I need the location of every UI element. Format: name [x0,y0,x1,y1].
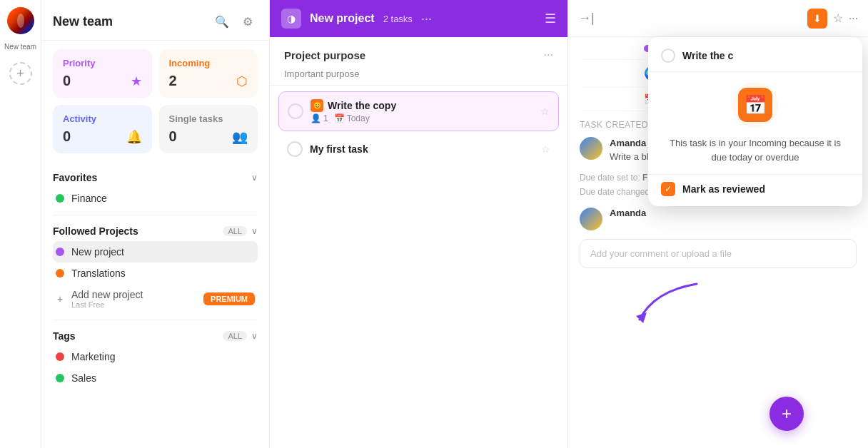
rph-star-icon[interactable]: ☆ [833,11,843,25]
favorites-title: Favorites [53,172,97,183]
main-project-icon: ◑ [281,9,301,29]
tooltip-icon-inner: 📅 [738,88,772,122]
sales-dot [56,374,64,382]
sidebar: New team 🔍 ⚙ Priority 0 ★ Incoming 2 ⬡ A… [41,0,270,448]
rph-more-icon[interactable]: ··· [849,12,858,25]
single-tasks-widget[interactable]: Single tasks 0 👥 [159,105,258,153]
new-project-dot [56,248,64,256]
followed-projects-title: Followed Projects [53,225,138,237]
favorites-section: Favorites ∨ Finance [41,162,269,215]
tooltip-footer: ✓ Mark as reviewed [648,174,862,206]
task-check-write-copy[interactable] [288,103,303,119]
tag-marketing[interactable]: Marketing [53,346,258,367]
comment-input[interactable]: Add your comment or upload a file [580,239,857,268]
incoming-widget[interactable]: Incoming 2 ⬡ [159,49,258,98]
tags-all-badge[interactable]: ALL [223,331,247,341]
main-header-list-icon[interactable]: ☰ [545,11,556,26]
incoming-count: 2 [169,73,177,89]
favorites-header[interactable]: Favorites ∨ [53,168,258,188]
project-purpose-section: Project purpose ··· Important purpose [270,37,567,86]
favorites-chevron-icon: ∨ [251,173,258,183]
task-title-my-first: My first task [310,143,534,155]
sidebar-item-new-project[interactable]: New project [53,241,258,263]
sidebar-header-actions: 🔍 ⚙ [212,11,258,31]
task-star-my-first[interactable]: ☆ [541,143,550,155]
project-section-header: Project purpose ··· [284,49,553,61]
tooltip-calendar-icon: 📅 [744,94,767,116]
main-panel: ◑ New project 2 tasks ··· ☰ Project purp… [270,0,568,448]
main-header: ◑ New project 2 tasks ··· ☰ [270,0,567,37]
main-project-title: New project [310,12,375,25]
project-description: Important purpose [284,68,553,79]
right-panel: →| ⬇ ☆ ··· New project 🌍 You 📅 Today Tas… [568,0,868,448]
task-info-my-first: My first task [310,143,534,155]
activity-avatar-2 [580,208,602,230]
main-header-more-icon[interactable]: ··· [421,11,432,26]
activity-author-2: Amanda [610,208,646,218]
activity-label: Activity [63,113,142,124]
tooltip-action-label[interactable]: Mark as reviewed [682,183,765,195]
main-task-count: 2 tasks [383,14,413,24]
app-logo[interactable] [7,7,34,34]
add-project-row[interactable]: + Add new project Last Free PREMIUM [53,284,258,314]
add-team-button[interactable]: + [9,62,32,85]
tooltip-task-check [661,49,675,63]
single-tasks-icon: 👥 [232,129,248,145]
followed-projects-controls: ALL ∨ [223,226,258,236]
tooltip-checkbox[interactable]: ✓ [661,182,675,196]
followed-projects-header[interactable]: Followed Projects ALL ∨ [53,221,258,241]
task-assignee-icon: 😊 [311,99,323,112]
marketing-label: Marketing [71,351,115,362]
incoming-label: Incoming [169,58,248,68]
activity-header-2: Amanda [610,208,857,218]
activity-body-2: Amanda [610,208,857,230]
settings-button[interactable]: ⚙ [238,11,258,31]
rph-download-icon[interactable]: ⬇ [807,9,827,29]
task-my-first[interactable]: My first task ☆ [278,134,559,164]
premium-badge[interactable]: PREMIUM [203,292,255,305]
task-write-copy[interactable]: 😊 Write the copy 👤1 📅Today ☆ [278,91,559,131]
finance-label: Finance [71,193,107,204]
priority-count: 0 [63,73,71,89]
tooltip-task-title: Write the c [682,50,849,61]
activity-count: 0 [63,128,71,145]
activity-icon: 🔔 [126,129,142,145]
main-content: Project purpose ··· Important purpose 😊 … [270,37,567,448]
tooltip-icon-circle: 📅 [732,82,778,128]
activity-count-row: 0 🔔 [63,128,142,145]
sidebar-title: New team [53,14,113,29]
priority-count-row: 0 ★ [63,73,142,89]
right-panel-header: →| ⬇ ☆ ··· [568,0,868,37]
sidebar-item-translations[interactable]: Translations [53,263,258,284]
rph-right: ⬇ ☆ ··· [807,9,858,29]
task-title-write-copy: 😊 Write the copy [311,99,533,112]
priority-icon: ★ [131,73,142,89]
sales-label: Sales [71,372,96,384]
task-star-write-copy[interactable]: ☆ [540,106,550,117]
tooltip-body: 📅 This task is in your Incoming because … [648,72,862,174]
svg-point-1 [17,14,24,28]
rph-back-icon[interactable]: →| [578,11,595,26]
followed-projects-all-badge[interactable]: ALL [223,226,247,236]
widget-grid: Priority 0 ★ Incoming 2 ⬡ Activity 0 🔔 S… [41,41,269,162]
task-check-my-first[interactable] [287,141,303,157]
sidebar-header: New team 🔍 ⚙ [41,0,269,41]
tooltip-header: Write the c [648,37,862,72]
tooltip-description: This task is in your Incoming because it… [661,136,849,164]
followed-projects-chevron-icon: ∨ [251,226,258,236]
tags-section: Tags ALL ∨ Marketing Sales [41,320,269,392]
activity-widget[interactable]: Activity 0 🔔 [53,105,152,153]
finance-dot [56,194,64,203]
sidebar-item-finance[interactable]: Finance [53,188,258,209]
add-project-label: Add new project [71,289,143,300]
translations-dot [56,269,64,278]
tag-sales[interactable]: Sales [53,367,258,389]
task-meta-write-copy: 👤1 📅Today [311,113,533,123]
tags-header[interactable]: Tags ALL ∨ [53,326,258,346]
marketing-dot [56,352,64,361]
task-due-date: 📅Today [334,113,370,123]
priority-widget[interactable]: Priority 0 ★ [53,49,152,98]
project-section-more-icon[interactable]: ··· [544,49,553,61]
search-button[interactable]: 🔍 [212,11,232,31]
team-label: New team [4,43,36,51]
